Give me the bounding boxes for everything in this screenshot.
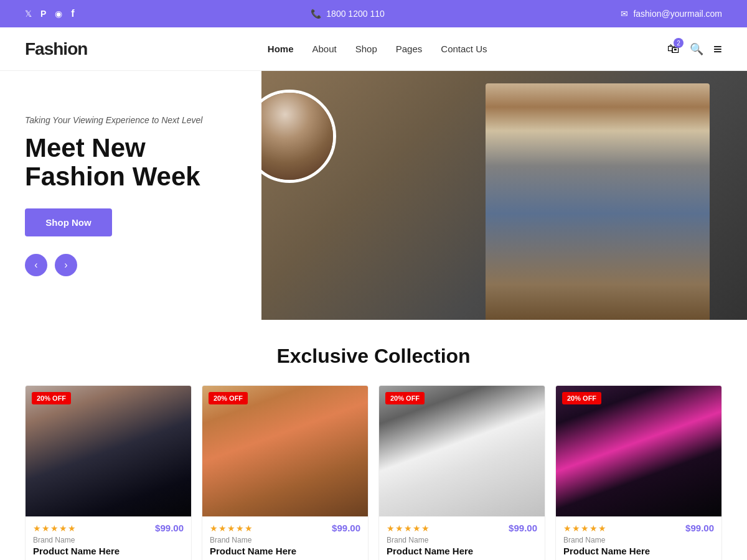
product-rating-row-4: ★★★★★ $99.00 — [563, 523, 714, 533]
main-nav: Home About Shop Pages Contact Us — [268, 44, 487, 54]
hero-subtitle: Taking Your Viewing Experience to Next L… — [25, 114, 237, 127]
top-bar: 1800 1200 110 fashion@yourmail.com — [0, 0, 747, 27]
nav-pages[interactable]: Pages — [396, 44, 423, 54]
nav-contact[interactable]: Contact Us — [441, 44, 487, 54]
product-brand-3: Brand Name — [387, 536, 537, 544]
product-info-2: ★★★★★ $99.00 Brand Name Product Name Her… — [202, 516, 368, 560]
search-icon[interactable] — [690, 42, 703, 56]
product-image-2: 20% OFF — [202, 386, 368, 516]
collection-section: Exclusive Collection 20% OFF ★★★★★ $99.0… — [0, 320, 747, 560]
header: Fashion Home About Shop Pages Contact Us… — [0, 27, 747, 71]
header-icons: 2 — [667, 40, 722, 58]
product-brand-2: Brand Name — [210, 536, 360, 544]
cart-badge: 2 — [674, 38, 684, 48]
product-price-4: $99.00 — [685, 523, 714, 533]
product-image-3: 20% OFF — [379, 386, 545, 516]
discount-badge-2: 20% OFF — [209, 392, 248, 404]
facebook-icon[interactable] — [71, 8, 74, 19]
product-brand-1: Brand Name — [33, 536, 184, 544]
nav-home[interactable]: Home — [268, 44, 294, 54]
hero-background-image — [261, 71, 747, 320]
email-address: fashion@yourmail.com — [633, 9, 722, 19]
twitter-icon[interactable] — [25, 8, 32, 19]
product-image-4: 20% OFF — [556, 386, 721, 516]
social-links — [25, 8, 75, 19]
phone-number: 1800 1200 110 — [326, 9, 384, 19]
product-price-1: $99.00 — [155, 523, 184, 533]
product-bg-1 — [26, 386, 191, 516]
hero-shop-button[interactable]: Shop Now — [25, 208, 112, 236]
product-name-2: Product Name Here — [210, 546, 360, 556]
products-grid: 20% OFF ★★★★★ $99.00 Brand Name Product … — [25, 385, 722, 560]
product-card-2: 20% OFF ★★★★★ $99.00 Brand Name Product … — [202, 385, 369, 560]
product-bg-3 — [379, 386, 545, 516]
product-image-1: 20% OFF — [26, 386, 191, 516]
product-rating-row-3: ★★★★★ $99.00 — [387, 523, 537, 533]
product-stars-3: ★★★★★ — [387, 523, 430, 533]
hero-content: Taking Your Viewing Experience to Next L… — [0, 71, 261, 320]
product-bg-2 — [202, 386, 368, 516]
hero-section: Taking Your Viewing Experience to Next L… — [0, 71, 747, 320]
product-stars-2: ★★★★★ — [210, 523, 253, 533]
cart-icon[interactable]: 2 — [667, 42, 680, 56]
email-icon — [621, 9, 628, 19]
product-stars-1: ★★★★★ — [33, 523, 77, 533]
model-silhouette — [486, 83, 710, 320]
menu-icon[interactable] — [713, 40, 722, 58]
hero-prev-button[interactable]: ‹ — [25, 254, 47, 276]
site-logo[interactable]: Fashion — [25, 39, 87, 59]
discount-badge-4: 20% OFF — [562, 392, 601, 404]
hero-arrows: ‹ › — [25, 254, 237, 276]
instagram-icon[interactable] — [55, 8, 62, 19]
email-info: fashion@yourmail.com — [621, 9, 722, 19]
product-brand-4: Brand Name — [563, 536, 714, 544]
product-info-3: ★★★★★ $99.00 Brand Name Product Name Her… — [379, 516, 545, 560]
product-card-1: 20% OFF ★★★★★ $99.00 Brand Name Product … — [25, 385, 192, 560]
hero-title-line2: Fashion Week — [25, 162, 200, 191]
phone-icon — [311, 9, 321, 19]
product-info-4: ★★★★★ $99.00 Brand Name Product Name Her… — [556, 516, 721, 560]
product-bg-4 — [556, 386, 721, 516]
product-name-3: Product Name Here — [387, 546, 537, 556]
hero-title: Meet New Fashion Week — [25, 134, 237, 191]
product-card-4: 20% OFF ★★★★★ $99.00 Brand Name Product … — [555, 385, 722, 560]
collection-title: Exclusive Collection — [25, 345, 722, 368]
product-stars-4: ★★★★★ — [563, 523, 607, 533]
hero-title-line1: Meet New — [25, 133, 146, 162]
product-name-4: Product Name Here — [563, 546, 714, 556]
nav-shop[interactable]: Shop — [355, 44, 377, 54]
product-price-2: $99.00 — [332, 523, 360, 533]
pinterest-icon[interactable] — [40, 8, 46, 19]
hero-image-area — [261, 71, 747, 320]
hero-next-button[interactable]: › — [55, 254, 77, 276]
product-rating-row-2: ★★★★★ $99.00 — [210, 523, 360, 533]
product-card-3: 20% OFF ★★★★★ $99.00 Brand Name Product … — [378, 385, 545, 560]
discount-badge-3: 20% OFF — [385, 392, 425, 404]
discount-badge-1: 20% OFF — [32, 392, 71, 404]
product-info-1: ★★★★★ $99.00 Brand Name Product Name Her… — [26, 516, 191, 560]
product-name-1: Product Name Here — [33, 546, 184, 556]
product-rating-row-1: ★★★★★ $99.00 — [33, 523, 184, 533]
phone-info: 1800 1200 110 — [311, 9, 384, 19]
nav-about[interactable]: About — [312, 44, 337, 54]
product-price-3: $99.00 — [509, 523, 537, 533]
circle-portrait-inner — [261, 93, 333, 180]
